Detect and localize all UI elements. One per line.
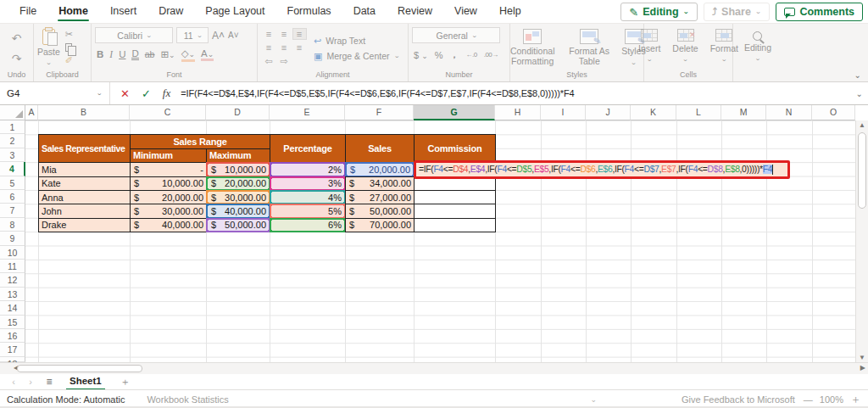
row-header-3[interactable]: 3 [0,148,25,162]
column-header-J[interactable]: J [586,105,631,120]
workbook-statistics-button[interactable]: Workbook Statistics [147,394,228,405]
row-header-1[interactable]: 1 [0,120,25,134]
cell-sales[interactable]: $34,000.00 [345,176,415,191]
undo-icon[interactable]: ↶ [12,31,22,45]
align-left-button[interactable]: ≡ [266,42,271,53]
increase-font-size-button[interactable]: A˄ [212,30,225,42]
column-header-L[interactable]: L [676,105,721,120]
previous-sheet-icon[interactable]: ‹ [7,377,20,387]
header-percentage[interactable]: Percentage [270,134,346,163]
sheet-tab[interactable]: Sheet1 [61,376,110,388]
cell-name-john[interactable]: John [38,204,131,218]
range-handle[interactable] [206,162,209,165]
vertical-scrollbar-thumb[interactable] [858,132,866,209]
accounting-format-button[interactable]: $ ⌄ [414,50,428,60]
row-header-17[interactable]: 17 [0,343,25,356]
expand-formula-bar-chevron[interactable]: ⌄ [856,89,863,98]
name-box[interactable]: G4 ⌄ [0,82,110,104]
cell-name-anna[interactable]: Anna [38,190,131,204]
range-handle[interactable] [206,230,209,232]
column-header-O[interactable]: O [812,105,855,120]
column-header-G[interactable]: G [414,105,495,120]
formula-input[interactable]: =IF(F4<=D$4,E$4,IF(F4<=D$5,E$5,IF(F4<=D$… [181,88,574,98]
italic-button[interactable]: I [109,49,113,59]
status-chevron-icon[interactable]: ⌄ [590,395,597,404]
align-right-button[interactable]: ≡ [297,42,302,53]
column-header-K[interactable]: K [631,105,676,120]
scroll-right-icon[interactable]: ▶ [860,364,865,372]
align-center-button[interactable]: ≡ [281,42,287,53]
cell-maximum[interactable]: $40,000.00 [206,204,270,218]
cell-sales[interactable]: $27,000.00 [345,190,415,204]
delete-cells-button[interactable]: ✕ Delete ⌄ [667,27,703,70]
strikethrough-button[interactable]: ab [145,49,155,59]
row-header-5[interactable]: 5 [0,176,25,190]
format-as-table-button[interactable]: ✎ Format As Table [565,27,614,70]
font-size-select[interactable]: 11 ⌄ [176,27,209,43]
paste-button[interactable]: Paste ⌄ [37,27,60,70]
wrap-text-button[interactable]: ↩ Wrap Text [314,36,400,47]
feedback-link[interactable]: Give Feedback to Microsoft [682,394,795,405]
range-handle[interactable] [206,176,209,179]
cell-maximum[interactable]: $50,000.00 [206,218,270,232]
header-commission[interactable]: Commission [414,134,496,163]
copy-icon[interactable] [65,43,72,52]
tab-help[interactable]: Help [488,1,532,22]
borders-button[interactable]: ⊞⌄ [160,48,175,60]
tab-formulas[interactable]: Formulas [276,1,342,22]
range-handle[interactable] [270,204,272,206]
next-sheet-icon[interactable]: › [24,377,37,387]
align-bottom-button[interactable]: ≡ [292,28,307,40]
row-header-15[interactable]: 15 [0,316,25,329]
cell-commission-empty[interactable] [414,190,496,204]
editing-mode-button[interactable]: ✎ Editing ⌄ [620,3,698,21]
cell-minimum[interactable]: $30,000.00 [130,204,207,218]
percent-style-button[interactable]: % [435,50,443,60]
scroll-down-icon[interactable]: ▼ [856,354,868,361]
merge-center-button[interactable]: ▣ Merge & Center ⌄ [314,51,400,62]
cancel-entry-icon[interactable]: ✕ [120,87,130,100]
cell-percentage[interactable]: 2% [270,162,346,176]
cut-icon[interactable]: ✂ [65,29,73,40]
number-format-select[interactable]: General ⌄ [412,27,500,43]
cell-maximum[interactable]: $20,000.00 [206,176,270,191]
bold-button[interactable]: B [97,49,103,59]
cell-percentage[interactable]: 4% [270,190,346,204]
cell-name-mia[interactable]: Mia [38,162,131,176]
column-header-C[interactable]: C [130,105,206,120]
horizontal-scrollbar[interactable]: ◀ ▶ [0,362,868,374]
tab-page-layout[interactable]: Page Layout [194,1,275,22]
row-header-13[interactable]: 13 [0,288,25,301]
cell-sales[interactable]: $50,000.00 [345,204,415,218]
row-header-11[interactable]: 11 [0,260,25,273]
header-maximum[interactable]: Maximum [206,148,270,163]
scroll-up-icon[interactable]: ▲ [856,121,868,129]
decrease-decimal-button[interactable]: .00→ [484,51,498,59]
increase-indent-button[interactable]: ⇨ [280,56,287,67]
column-header-F[interactable]: F [345,105,414,120]
increase-decimal-button[interactable]: ←.0 [466,51,477,59]
add-sheet-icon[interactable]: ＋ [114,375,131,389]
cell-percentage[interactable]: 6% [270,218,346,232]
column-header-E[interactable]: E [270,105,345,120]
range-handle[interactable] [270,190,272,193]
tab-view[interactable]: View [443,1,488,22]
range-handle[interactable] [345,162,348,165]
font-name-select[interactable]: Calibri ⌄ [95,27,173,43]
range-handle[interactable] [270,162,272,165]
font-color-button[interactable]: A⌄ [201,48,214,60]
range-handle[interactable] [206,204,209,206]
comma-style-button[interactable]: ， [450,48,459,61]
column-header-I[interactable]: I [541,105,586,120]
cell-minimum[interactable]: $10,000.00 [130,176,207,191]
row-header-2[interactable]: 2 [0,134,25,148]
tab-file[interactable]: File [8,1,47,22]
fill-color-button[interactable]: ◇⌄ [181,48,195,61]
column-header-N[interactable]: N [766,105,812,120]
row-header-9[interactable]: 9 [0,232,25,245]
row-header-6[interactable]: 6 [0,190,25,204]
align-middle-button[interactable]: ≡ [281,29,287,39]
align-top-button[interactable]: ≡ [266,29,271,39]
range-handle[interactable] [270,218,272,221]
range-handle[interactable] [206,218,209,221]
